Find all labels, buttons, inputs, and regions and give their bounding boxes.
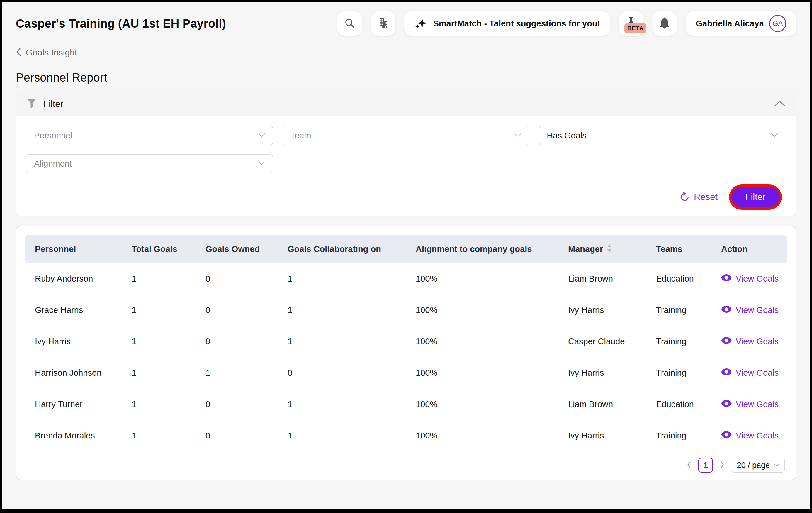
chevron-up-icon[interactable] (774, 101, 785, 108)
table-header-row: Personnel Total Goals Goals Owned Goals … (25, 235, 787, 263)
table-row: Harrison Johnson 1 1 0 100% Ivy Harris T… (25, 357, 787, 389)
cell-personnel: Brenda Morales (25, 420, 122, 451)
chevron-right-icon (720, 461, 725, 469)
beta-badge: BETA (625, 23, 646, 33)
eye-icon (721, 337, 732, 346)
team-filter-select[interactable]: Team (283, 126, 530, 145)
column-header-manager: Manager (558, 235, 646, 263)
view-goals-link[interactable]: View Goals (721, 305, 787, 315)
funnel-icon (27, 98, 37, 110)
cell-goals-owned: 0 (196, 295, 278, 326)
view-goals-link[interactable]: View Goals (721, 368, 787, 378)
column-header-action: Action (711, 235, 787, 263)
eye-icon (721, 274, 732, 284)
page-title: Personnel Report (16, 71, 796, 84)
reset-label: Reset (694, 192, 718, 202)
cell-goals-collaborating: 1 (278, 326, 406, 357)
page-size-select[interactable]: 20 / page (732, 458, 785, 473)
filter-actions: Reset Filter (26, 187, 786, 207)
search-button[interactable] (338, 11, 362, 36)
column-header-goals-owned: Goals Owned (196, 235, 278, 263)
filter-panel-header[interactable]: Filter (16, 92, 796, 116)
pagination-next-button[interactable] (720, 461, 725, 469)
pagination-page-1[interactable]: 1 (698, 458, 713, 473)
notifications-button[interactable] (652, 11, 677, 36)
personnel-filter-select[interactable]: Personnel (26, 126, 273, 145)
chevron-left-icon (16, 48, 21, 57)
column-header-total-goals: Total Goals (122, 235, 196, 263)
cell-total-goals: 1 (122, 326, 196, 357)
cell-goals-owned: 0 (196, 389, 278, 420)
cell-goals-owned: 1 (196, 357, 278, 389)
chevron-down-icon (771, 133, 778, 138)
cell-alignment: 100% (406, 263, 558, 295)
cell-teams: Training (646, 295, 711, 326)
cell-total-goals: 1 (122, 420, 196, 451)
view-goals-link[interactable]: View Goals (721, 274, 787, 284)
table-row: Harry Turner 1 0 1 100% Liam Brown Educa… (25, 389, 787, 420)
building-icon (377, 17, 389, 30)
chevron-down-icon (258, 133, 265, 138)
eye-icon (721, 305, 732, 315)
alignment-filter-placeholder: Alignment (34, 159, 72, 169)
user-name: Gabriella Alicaya (696, 19, 764, 28)
filter-apply-button[interactable]: Filter (732, 187, 779, 207)
column-header-alignment: Alignment to company goals (406, 235, 558, 263)
has-goals-filter-value: Has Goals (547, 131, 586, 140)
app-window: Casper's Training (AU 1st EH Payroll) (0, 0, 812, 513)
eye-icon (721, 400, 732, 409)
table-row: Brenda Morales 1 0 1 100% Ivy Harris Tra… (25, 420, 787, 451)
cell-teams: Training (646, 357, 711, 389)
cell-teams: Education (646, 263, 711, 295)
cell-alignment: 100% (406, 357, 558, 389)
cell-goals-collaborating: 0 (278, 357, 406, 389)
top-bar: Casper's Training (AU 1st EH Payroll) (16, 2, 796, 38)
alignment-filter-select[interactable]: Alignment (26, 154, 273, 173)
breadcrumb-back-link[interactable]: Goals Insight (16, 48, 77, 57)
filter-panel: Filter Personnel Team (16, 92, 796, 216)
chevron-down-icon (515, 133, 522, 138)
smartmatch-banner-button[interactable]: SmartMatch - Talent suggestions for you! (404, 11, 610, 36)
chevron-left-icon (687, 461, 691, 469)
cell-alignment: 100% (406, 420, 558, 451)
eye-icon (721, 368, 732, 378)
cell-manager: Ivy Harris (558, 357, 646, 389)
breadcrumb-label: Goals Insight (26, 48, 77, 57)
table-row: Ruby Anderson 1 0 1 100% Liam Brown Educ… (25, 263, 787, 295)
view-goals-link[interactable]: View Goals (721, 337, 787, 346)
organisation-button[interactable] (371, 11, 396, 36)
cell-personnel: Harrison Johnson (25, 357, 122, 389)
cell-goals-owned: 0 (196, 263, 278, 295)
view-goals-link[interactable]: View Goals (721, 431, 787, 440)
cell-total-goals: 1 (122, 295, 196, 326)
cell-manager: Casper Claude (558, 326, 646, 357)
view-goals-link[interactable]: View Goals (721, 400, 787, 409)
chevron-down-icon (774, 463, 780, 468)
user-avatar: GA (769, 15, 786, 32)
table-row: Grace Harris 1 0 1 100% Ivy Harris Train… (25, 295, 787, 326)
top-bar-actions: SmartMatch - Talent suggestions for you!… (338, 11, 796, 36)
refresh-icon (680, 192, 690, 203)
cell-goals-owned: 0 (196, 420, 278, 451)
app-title: Casper's Training (AU 1st EH Payroll) (16, 17, 226, 30)
cell-alignment: 100% (406, 326, 558, 357)
cell-personnel: Ruby Anderson (25, 263, 122, 295)
reset-button[interactable]: Reset (680, 192, 718, 203)
cell-teams: Training (646, 420, 711, 451)
labs-beta-button[interactable]: BETA (619, 11, 643, 36)
cell-manager: Ivy Harris (558, 420, 646, 451)
user-menu-button[interactable]: Gabriella Alicaya GA (686, 11, 796, 36)
pagination-prev-button[interactable] (687, 461, 691, 469)
has-goals-filter-select[interactable]: Has Goals (539, 126, 786, 145)
cell-total-goals: 1 (122, 263, 196, 295)
cell-total-goals: 1 (122, 389, 196, 420)
cell-goals-collaborating: 1 (278, 389, 406, 420)
page-size-value: 20 / page (737, 461, 770, 470)
personnel-report-table-card: Personnel Total Goals Goals Owned Goals … (16, 226, 796, 480)
filter-title: Filter (43, 99, 63, 109)
cell-teams: Training (646, 326, 711, 357)
cell-goals-owned: 0 (196, 326, 278, 357)
manager-sort-control[interactable]: Manager (568, 244, 646, 254)
cell-goals-collaborating: 1 (278, 295, 406, 326)
column-header-teams: Teams (646, 235, 711, 263)
